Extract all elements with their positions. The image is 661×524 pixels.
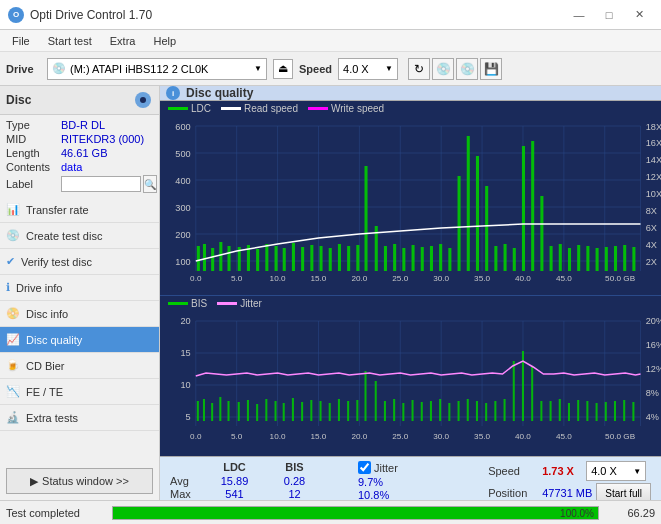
- svg-rect-66: [605, 247, 608, 271]
- sidebar-item-create-test-disc[interactable]: 💿 Create test disc: [0, 223, 159, 249]
- svg-rect-134: [384, 401, 386, 421]
- disc-contents-value[interactable]: data: [61, 161, 82, 173]
- svg-rect-44: [402, 248, 405, 271]
- svg-text:18X: 18X: [646, 122, 661, 132]
- svg-rect-24: [219, 242, 222, 271]
- svg-rect-31: [283, 248, 286, 271]
- svg-text:20: 20: [180, 316, 190, 326]
- speed-stat-value: 1.73 X: [542, 465, 582, 477]
- verify-test-disc-label: Verify test disc: [21, 256, 92, 268]
- svg-rect-22: [203, 244, 206, 271]
- create-test-disc-icon: 💿: [6, 229, 20, 242]
- sidebar-item-drive-info[interactable]: ℹ Drive info: [0, 275, 159, 301]
- sidebar-item-extra-tests[interactable]: 🔬 Extra tests: [0, 405, 159, 431]
- speed-stat-select[interactable]: 4.0 X ▼: [586, 461, 646, 481]
- svg-text:5: 5: [186, 412, 191, 422]
- start-full-button[interactable]: Start full: [596, 483, 651, 500]
- progress-bar-fill: [113, 507, 598, 519]
- svg-rect-61: [559, 244, 562, 271]
- svg-rect-39: [356, 245, 359, 271]
- stats-footer: LDC BIS Avg 15.89 0.28 Max 541 12 Tota: [160, 456, 661, 500]
- speed-stat-label: Speed: [488, 465, 538, 477]
- svg-rect-158: [605, 402, 607, 421]
- svg-rect-131: [356, 400, 358, 421]
- svg-rect-140: [439, 399, 441, 421]
- toolbar-icons: ↻ 💿 💿 💾: [408, 58, 502, 80]
- svg-rect-159: [614, 401, 616, 421]
- menu-start-test[interactable]: Start test: [40, 33, 100, 49]
- svg-text:16X: 16X: [646, 138, 661, 148]
- menu-extra[interactable]: Extra: [102, 33, 144, 49]
- sidebar-item-disc-info[interactable]: 📀 Disc info: [0, 301, 159, 327]
- svg-text:35.0: 35.0: [474, 274, 490, 283]
- menu-help[interactable]: Help: [145, 33, 184, 49]
- speed-caret: ▼: [385, 64, 393, 73]
- svg-rect-151: [540, 401, 542, 421]
- svg-rect-59: [540, 196, 543, 271]
- svg-rect-123: [283, 403, 285, 421]
- sidebar-item-verify-test-disc[interactable]: ✔ Verify test disc: [0, 249, 159, 275]
- status-text: Test completed: [6, 507, 106, 519]
- disc-mid-row: MID RITEKDR3 (000): [6, 133, 153, 145]
- svg-text:50.0 GB: 50.0 GB: [605, 274, 635, 283]
- transfer-rate-label: Transfer rate: [26, 204, 89, 216]
- svg-rect-37: [338, 244, 341, 271]
- avg-label: Avg: [170, 475, 202, 487]
- disc-action2-button[interactable]: 💿: [456, 58, 478, 80]
- svg-rect-141: [448, 403, 450, 421]
- svg-rect-135: [393, 399, 395, 421]
- legend-jitter-label: Jitter: [240, 298, 262, 309]
- legend-ldc-label: LDC: [191, 103, 211, 114]
- svg-rect-119: [247, 400, 249, 421]
- bottom-chart: BIS Jitter: [160, 296, 661, 456]
- chart-header-icon: i: [166, 86, 180, 100]
- sidebar-item-disc-quality[interactable]: 📈 Disc quality: [0, 327, 159, 353]
- svg-text:12X: 12X: [646, 172, 661, 182]
- status-window-label: Status window >>: [42, 475, 129, 487]
- minimize-button[interactable]: —: [565, 5, 593, 25]
- disc-quality-label: Disc quality: [26, 334, 82, 346]
- status-right-value: 66.29: [605, 507, 655, 519]
- bottom-chart-svg: 20 15 10 5 20% 16% 12% 8% 4% 0.0 5.0 10.…: [160, 311, 661, 451]
- svg-rect-148: [513, 361, 515, 421]
- status-window-button[interactable]: ▶ Status window >>: [6, 468, 153, 494]
- menu-file[interactable]: File: [4, 33, 38, 49]
- drive-select[interactable]: 💿 (M:) ATAPI iHBS112 2 CL0K ▼: [47, 58, 267, 80]
- svg-rect-113: [197, 401, 199, 421]
- svg-text:50.0 GB: 50.0 GB: [605, 432, 635, 441]
- sidebar-item-cd-bier[interactable]: 🍺 CD Bier: [0, 353, 159, 379]
- disc-label-search-button[interactable]: 🔍: [143, 175, 157, 193]
- svg-text:400: 400: [175, 176, 190, 186]
- maximize-button[interactable]: □: [595, 5, 623, 25]
- disc-length-row: Length 46.61 GB: [6, 147, 153, 159]
- disc-contents-label: Contents: [6, 161, 61, 173]
- svg-text:4%: 4%: [646, 412, 659, 422]
- speed-select[interactable]: 4.0 X ▼: [338, 58, 398, 80]
- save-button[interactable]: 💾: [480, 58, 502, 80]
- close-button[interactable]: ✕: [625, 5, 653, 25]
- jitter-checkbox[interactable]: [358, 461, 371, 474]
- sidebar-item-fe-te[interactable]: 📉 FE / TE: [0, 379, 159, 405]
- chart-title: Disc quality: [186, 86, 253, 100]
- svg-text:200: 200: [175, 230, 190, 240]
- disc-label-input[interactable]: [61, 176, 141, 192]
- disc-contents-row: Contents data: [6, 161, 153, 173]
- refresh-button[interactable]: ↻: [408, 58, 430, 80]
- speed-value: 4.0 X: [343, 63, 369, 75]
- svg-text:500: 500: [175, 149, 190, 159]
- sidebar-item-transfer-rate[interactable]: 📊 Transfer rate: [0, 197, 159, 223]
- menubar: File Start test Extra Help: [0, 30, 661, 52]
- drivebar: Drive 💿 (M:) ATAPI iHBS112 2 CL0K ▼ ⏏ Sp…: [0, 52, 661, 86]
- statusbar: Test completed 100.0% 66.29: [0, 500, 661, 524]
- disc-action-button[interactable]: 💿: [432, 58, 454, 80]
- eject-button[interactable]: ⏏: [273, 59, 293, 79]
- svg-text:2X: 2X: [646, 257, 657, 267]
- nav-section: 📊 Transfer rate 💿 Create test disc ✔ Ver…: [0, 197, 159, 462]
- svg-text:0.0: 0.0: [190, 274, 202, 283]
- speed-label: Speed: [299, 63, 332, 75]
- svg-rect-115: [211, 403, 213, 421]
- speed-select-value: 4.0 X: [591, 465, 617, 477]
- disc-section-icon: [133, 90, 153, 110]
- svg-rect-125: [301, 402, 303, 421]
- content-area: i Disc quality LDC Read speed: [160, 86, 661, 500]
